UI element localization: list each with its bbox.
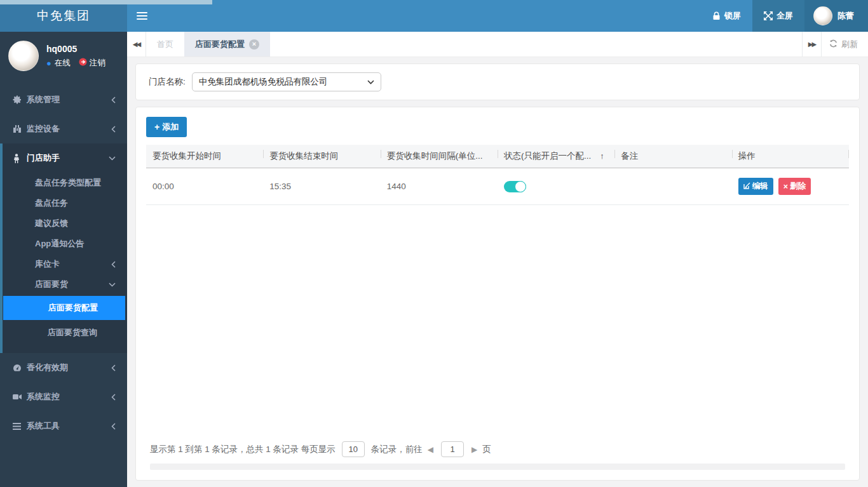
delete-button[interactable]: × 删除 xyxy=(778,178,811,195)
store-name-label: 门店名称: xyxy=(149,76,186,88)
sidebar-item-system-monitor[interactable]: 系统监控 xyxy=(0,382,127,411)
prev-page-icon[interactable]: ◀ xyxy=(428,445,433,454)
table-header-row: 要货收集开始时间 要货收集结束时间 要货收集时间间隔(单位... 状态(只能开启… xyxy=(146,145,849,168)
person-icon xyxy=(13,154,27,163)
toggle-knob xyxy=(515,181,526,192)
sidebar: hq0005 ● 在线 注销 系统管理 监控设备 门店助 xyxy=(0,32,127,487)
chevron-down-icon xyxy=(109,156,116,161)
table-panel: + 添加 要货收集开始时间 要货收集结束时间 要货收集时间间隔(单位... 状态… xyxy=(135,107,860,481)
tabs-scroll-left-button[interactable]: ◀◀ xyxy=(127,32,146,57)
edit-button[interactable]: 编辑 xyxy=(738,178,773,195)
hamburger-icon xyxy=(137,10,147,22)
col-start-time[interactable]: 要货收集开始时间 xyxy=(146,145,263,168)
refresh-icon xyxy=(829,39,837,50)
sidebar-item-store-assistant[interactable]: 门店助手 xyxy=(3,143,127,173)
user-avatar xyxy=(813,6,832,25)
config-table: 要货收集开始时间 要货收集结束时间 要货收集时间间隔(单位... 状态(只能开启… xyxy=(146,145,849,205)
app-logo: 中免集团 xyxy=(0,0,127,32)
page-size-input[interactable] xyxy=(342,441,365,457)
lock-screen-button[interactable]: 锁屏 xyxy=(701,0,752,32)
sidebar-item-app-notice[interactable]: App通知公告 xyxy=(3,234,127,254)
store-select[interactable]: 中免集团成都机场免税品有限公司 xyxy=(192,72,381,91)
sidebar-item-inventory-task[interactable]: 盘点任务 xyxy=(3,193,127,213)
sidebar-toggle-button[interactable] xyxy=(127,0,156,32)
status-toggle[interactable] xyxy=(504,181,526,192)
binoculars-icon xyxy=(13,124,27,133)
cell-remark xyxy=(614,168,731,205)
double-right-arrow-icon: ▶▶ xyxy=(808,41,815,48)
sidebar-username: hq0005 xyxy=(46,44,105,54)
delete-x-icon: × xyxy=(783,182,788,191)
pagination-suffix: 页 xyxy=(482,444,491,455)
chevron-down-icon xyxy=(109,283,116,287)
list-icon xyxy=(13,423,27,430)
cell-end-time: 15:35 xyxy=(263,168,380,205)
cell-start-time: 00:00 xyxy=(146,168,263,205)
user-name: 陈蕾 xyxy=(837,10,854,22)
chevron-left-icon xyxy=(111,126,116,133)
horizontal-scrollbar[interactable] xyxy=(150,464,845,470)
sidebar-item-system-tools[interactable]: 系统工具 xyxy=(0,411,127,441)
sidebar-item-store-request[interactable]: 店面要货 xyxy=(3,274,127,295)
tab-bar: ◀◀ 首页 店面要货配置 × ▶▶ 刷新 xyxy=(127,32,868,57)
table-row: 00:00 15:35 1440 编辑 × xyxy=(146,168,849,205)
loading-progress-bar xyxy=(0,0,212,4)
tab-close-icon[interactable]: × xyxy=(249,39,259,50)
sidebar-item-suggestion-feedback[interactable]: 建议反馈 xyxy=(3,213,127,234)
chevron-left-icon xyxy=(111,394,116,401)
sidebar-item-system-management[interactable]: 系统管理 xyxy=(0,85,127,114)
chevron-left-icon xyxy=(111,97,116,103)
video-camera-icon xyxy=(13,394,27,400)
col-end-time[interactable]: 要货收集结束时间 xyxy=(263,145,380,168)
cell-status xyxy=(498,168,614,205)
sidebar-item-bin-card[interactable]: 库位卡 xyxy=(3,254,127,274)
col-actions: 操作 xyxy=(732,145,849,168)
fullscreen-icon xyxy=(764,11,773,20)
sidebar-item-store-request-config[interactable]: 店面要货配置 xyxy=(3,296,125,320)
tabs-scroll-right-button[interactable]: ▶▶ xyxy=(802,32,821,57)
store-select-value: 中免集团成都机场免税品有限公司 xyxy=(199,76,367,88)
col-interval[interactable]: 要货收集时间间隔(单位... xyxy=(381,145,498,168)
lock-icon xyxy=(712,11,721,20)
col-remark[interactable]: 备注 xyxy=(614,145,731,168)
page-content: 门店名称: 中免集团成都机场免税品有限公司 + 添加 要货收集开始时间 要货收集… xyxy=(127,57,868,487)
tabbar-spacer xyxy=(270,32,802,57)
chevron-left-icon xyxy=(111,364,116,371)
avatar[interactable] xyxy=(8,41,39,71)
add-button[interactable]: + 添加 xyxy=(146,117,187,137)
pagination-summary: 显示第 1 到第 1 条记录，总共 1 条记录 每页显示 xyxy=(150,444,336,455)
gear-icon xyxy=(13,95,27,104)
cell-actions: 编辑 × 删除 xyxy=(732,168,849,205)
chevron-down-icon xyxy=(367,80,374,84)
fullscreen-button[interactable]: 全屏 xyxy=(752,0,804,32)
cell-interval: 1440 xyxy=(381,168,498,205)
logout-icon xyxy=(79,58,87,68)
sidebar-item-monitor-devices[interactable]: 监控设备 xyxy=(0,114,127,143)
edit-pencil-icon xyxy=(743,182,750,191)
chevron-left-icon xyxy=(111,423,116,430)
filter-panel: 门店名称: 中免集团成都机场免税品有限公司 xyxy=(135,63,860,100)
tab-home[interactable]: 首页 xyxy=(146,32,184,57)
main-area: ◀◀ 首页 店面要货配置 × ▶▶ 刷新 门店名称: 中免集团成都机场免税品有限… xyxy=(127,32,868,487)
pagination-middle-text: 条记录，前往 xyxy=(371,444,423,455)
page-number-input[interactable] xyxy=(441,441,464,457)
plus-icon: + xyxy=(154,122,159,132)
tab-store-request-config[interactable]: 店面要货配置 × xyxy=(184,32,270,57)
online-dot-icon: ● xyxy=(46,58,51,68)
pagination: 显示第 1 到第 1 条记录，总共 1 条记录 每页显示 条记录，前往 ◀ ▶ … xyxy=(146,439,849,457)
sidebar-item-fragrance-validity[interactable]: 香化有效期 xyxy=(0,353,127,382)
sidebar-item-store-request-query[interactable]: 店面要货查询 xyxy=(3,321,127,344)
next-page-icon[interactable]: ▶ xyxy=(471,445,477,454)
sidebar-item-inventory-task-type-config[interactable]: 盘点任务类型配置 xyxy=(3,173,127,193)
refresh-button[interactable]: 刷新 xyxy=(821,32,868,57)
sidebar-section-store-assistant: 门店助手 盘点任务类型配置 盘点任务 建议反馈 App通知公告 库位卡 店面要货… xyxy=(0,143,127,353)
user-menu[interactable]: 陈蕾 xyxy=(804,0,868,32)
top-header: 中免集团 锁屏 全屏 陈蕾 xyxy=(0,0,868,32)
sidebar-menu: 系统管理 监控设备 门店助手 盘点任务类型配置 盘点任务 建议反馈 App通知公… xyxy=(0,85,127,441)
col-status[interactable]: 状态(只能开启一个配...↑ xyxy=(498,145,614,168)
sort-asc-icon: ↑ xyxy=(600,151,604,161)
logout-button[interactable]: 注销 xyxy=(79,58,105,69)
topbar-spacer xyxy=(156,0,701,32)
dashboard-icon xyxy=(13,364,27,371)
online-status-label: 在线 xyxy=(55,58,71,69)
